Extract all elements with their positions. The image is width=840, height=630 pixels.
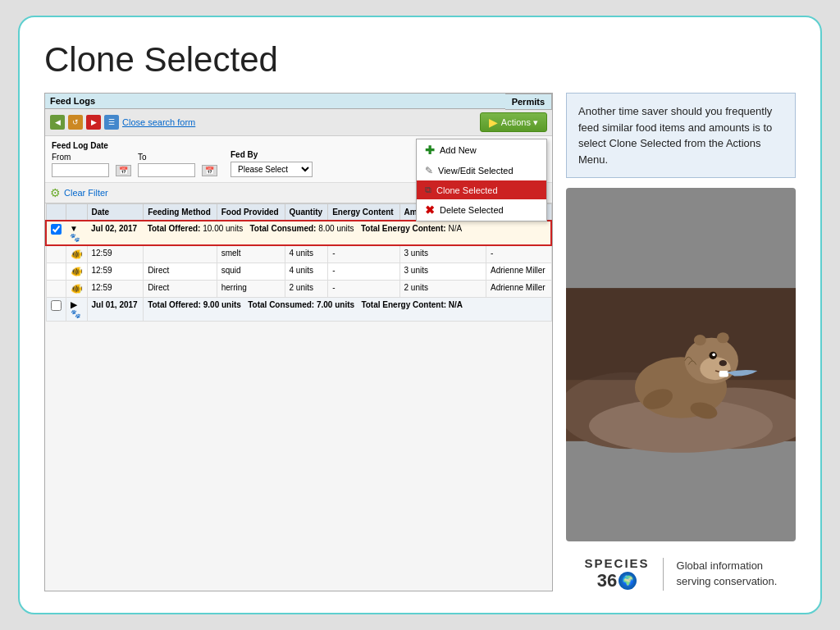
col-food-provided: Food Provided [217, 204, 285, 221]
permits-tab: Permits [505, 94, 552, 110]
main-content: Feed Logs Permits ◀ ↺ ▶ ☰ Close search f… [44, 93, 796, 591]
col-checkbox [46, 204, 66, 221]
row-energy: - [328, 281, 399, 298]
row-time: 12:59 [87, 263, 144, 281]
row-consumed: 2 units [399, 281, 486, 298]
num-36: 36 [597, 570, 617, 591]
svg-point-8 [717, 332, 729, 343]
col-energy-content: Energy Content [328, 204, 399, 221]
group-row-2-summary: Total Offered: 9.00 units Total Consumed… [144, 298, 551, 322]
clear-filter-label: Clear Filter [64, 188, 108, 198]
view-edit-label: View/Edit Selected [438, 166, 514, 176]
fed-by-label: Fed By [231, 150, 313, 159]
svg-point-12 [712, 354, 715, 357]
row-checkbox[interactable] [46, 245, 66, 263]
from-label: From [52, 153, 131, 162]
feed-logs-header: Feed Logs Permits [45, 94, 552, 109]
add-new-item[interactable]: ✚ Add New [417, 139, 546, 161]
close-search-form-link[interactable]: Close search form [122, 117, 195, 127]
info-box: Another time saver should you frequently… [566, 93, 796, 178]
group-row-1-date: Jul 02, 2017 [87, 221, 144, 245]
row-time: 12:59 [87, 245, 144, 263]
logo-tagline: Global informationserving conservation. [677, 559, 778, 588]
globe-icon: 🌍 [619, 572, 637, 590]
col-feeding-method: Feeding Method [144, 204, 217, 221]
logo-bar: SPECIES 36 🌍 Global informationserving c… [566, 551, 796, 591]
feed-logs-box: Feed Logs Permits ◀ ↺ ▶ ☰ Close search f… [44, 93, 553, 591]
row-consumed: 3 units [399, 245, 486, 263]
to-group: To 📅 [138, 153, 217, 177]
row-icon: 🐠 [66, 281, 87, 298]
date-to-input[interactable] [138, 163, 195, 177]
filter-icon: ⚙ [50, 186, 61, 199]
row-fed-by: Adrienne Miller [486, 281, 552, 298]
clone-icon: ⧉ [425, 185, 431, 195]
from-group: From 📅 [52, 153, 131, 177]
group-row-1-checkbox[interactable] [46, 221, 66, 245]
food-icon: 🐠 [71, 266, 83, 277]
fed-by-select[interactable]: Please Select [231, 162, 313, 177]
view-edit-item[interactable]: ✎ View/Edit Selected [417, 161, 546, 180]
nav-icon: ◀ [50, 115, 65, 130]
clone-label: Clone Selected [436, 185, 498, 195]
row-fed-by: Adrienne Miller [486, 263, 552, 281]
paw-icon: 🐾 [70, 233, 80, 242]
edit-icon: ✎ [425, 165, 433, 176]
otter-image [566, 188, 796, 541]
right-panel: Another time saver should you frequently… [566, 93, 796, 591]
refresh-icon: ↺ [68, 115, 83, 130]
row-method: Direct [144, 281, 217, 298]
group-row-2-checkbox[interactable] [46, 298, 66, 322]
date-label: Feed Log Date [52, 141, 217, 150]
feed-logs-title: Feed Logs [50, 96, 95, 106]
to-label: To [138, 153, 217, 162]
actions-dropdown: ✚ Add New ✎ View/Edit Selected ⧉ Clone S… [416, 139, 547, 221]
otter-illustration [566, 188, 796, 541]
clone-selected-item[interactable]: ⧉ Clone Selected [417, 180, 546, 199]
logo-divider [663, 558, 664, 591]
row-checkbox[interactable] [46, 281, 66, 298]
delete-selected-item[interactable]: ✖ Delete Selected [417, 199, 546, 221]
paw-icon-2: 🐾 [71, 309, 80, 318]
fed-by-group: Fed By Please Select [231, 150, 313, 177]
row-quantity: 2 units [285, 281, 328, 298]
table-row: 🐠 12:59 Direct squid 4 units - 3 units A… [46, 263, 551, 281]
group-row-2-expand[interactable]: ▶ 🐾 [66, 298, 87, 322]
group-row-1-summary: Total Offered: 10.00 units Total Consume… [144, 221, 551, 245]
row-icon: 🐠 [66, 263, 87, 281]
group-row-1-expand[interactable]: ▼ 🐾 [66, 221, 87, 245]
row-checkbox[interactable] [46, 263, 66, 281]
delete-label: Delete Selected [440, 205, 504, 215]
group-row-1: ▼ 🐾 Jul 02, 2017 Total Offered: 10.00 un… [46, 221, 551, 245]
row-quantity: 4 units [285, 263, 328, 281]
row-consumed: 3 units [399, 263, 486, 281]
date-from-calendar[interactable]: 📅 [116, 165, 131, 176]
list-icon: ☰ [104, 115, 119, 130]
row-food: squid [217, 263, 285, 281]
group-row-2-date: Jul 01, 2017 [87, 298, 144, 322]
add-new-label: Add New [440, 145, 477, 155]
date-group: Feed Log Date From 📅 To [52, 141, 217, 177]
svg-point-7 [694, 335, 706, 345]
svg-point-10 [719, 360, 727, 366]
col-icons [66, 204, 87, 221]
flag-icon: ▶ [86, 115, 101, 130]
row-icon: 🐠 [66, 245, 87, 263]
col-date: Date [87, 204, 144, 221]
date-to-calendar[interactable]: 📅 [202, 165, 217, 176]
page-title: Clone Selected [44, 40, 796, 80]
date-from-input[interactable] [52, 163, 109, 177]
food-icon: 🐠 [71, 283, 83, 294]
delete-icon: ✖ [425, 203, 435, 217]
row-quantity: 4 units [285, 245, 328, 263]
actions-button[interactable]: ▶ Actions ▾ [480, 112, 547, 132]
expand-icon-2: ▶ [71, 300, 77, 309]
species-text: SPECIES [585, 556, 650, 570]
plus-icon: ✚ [425, 144, 435, 157]
clear-filter-button[interactable]: ⚙ Clear Filter [50, 186, 108, 199]
col-quantity: Quantity [285, 204, 328, 221]
row-time: 12:59 [87, 281, 144, 298]
main-card: Clone Selected Feed Logs Permits ◀ ↺ ▶ ☰… [18, 16, 822, 614]
row-method [144, 245, 217, 263]
screenshot-panel: Feed Logs Permits ◀ ↺ ▶ ☰ Close search f… [44, 93, 553, 591]
